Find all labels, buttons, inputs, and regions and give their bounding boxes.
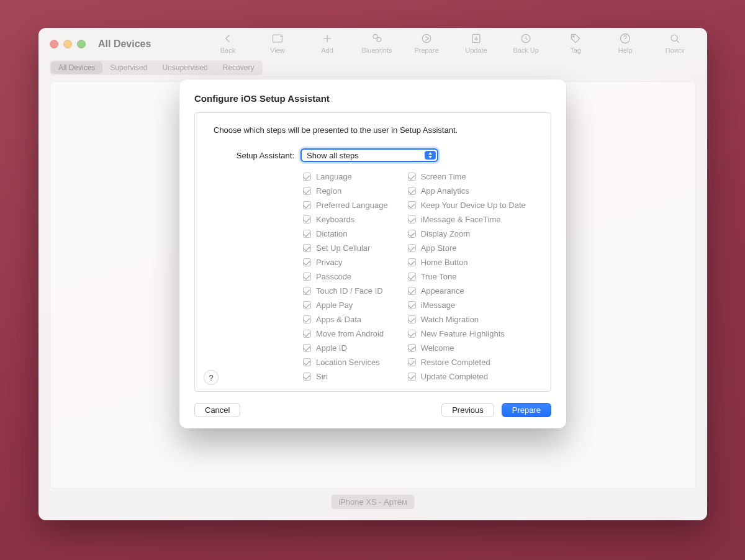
step-label: iMessage	[421, 299, 456, 311]
checkbox	[303, 358, 311, 366]
step-label: Display Zoom	[421, 228, 470, 240]
checkbox	[408, 258, 416, 266]
checkbox	[408, 244, 416, 252]
checkbox	[408, 215, 416, 224]
step-checkbox-row: Welcome	[408, 342, 526, 354]
step-label: New Feature Highlights	[421, 328, 505, 340]
step-label: Set Up Cellular	[316, 242, 370, 254]
step-label: Location Services	[316, 356, 380, 368]
step-checkbox-row: Restore Completed	[408, 356, 526, 368]
updown-icon	[425, 151, 436, 160]
help-button[interactable]: ?	[204, 370, 219, 385]
step-label: Restore Completed	[421, 356, 490, 368]
step-label: Welcome	[421, 342, 454, 354]
step-label: Watch Migration	[421, 314, 479, 325]
step-checkbox-row: Region	[303, 185, 388, 197]
step-checkbox-row: Privacy	[303, 256, 388, 268]
cancel-button[interactable]: Cancel	[194, 403, 240, 417]
checkbox	[408, 373, 416, 381]
step-label: Region	[316, 185, 341, 197]
step-label: Home Button	[421, 256, 468, 268]
step-checkbox-row: Location Services	[303, 356, 388, 368]
step-checkbox-row: True Tone	[408, 271, 526, 282]
popup-label: Setup Assistant:	[207, 151, 294, 160]
prepare-button[interactable]: Prepare	[502, 403, 551, 417]
step-checkbox-row: Apple ID	[303, 342, 388, 354]
checkbox	[303, 230, 311, 238]
checkbox	[408, 187, 416, 195]
checkbox	[408, 287, 416, 295]
step-label: Passcode	[316, 271, 351, 282]
step-label: Move from Android	[316, 328, 384, 340]
checkbox	[303, 344, 311, 352]
step-label: Apps & Data	[316, 314, 361, 325]
step-checkbox-row: Apple Pay	[303, 299, 388, 311]
checkbox	[303, 201, 311, 209]
checkbox	[303, 173, 311, 181]
step-checkbox-row: Set Up Cellular	[303, 242, 388, 254]
step-checkbox-row: Appearance	[408, 285, 526, 297]
steps-column-2: Screen TimeApp AnalyticsKeep Your Device…	[408, 171, 526, 382]
step-checkbox-row: New Feature Highlights	[408, 328, 526, 340]
step-label: Keyboards	[316, 214, 354, 225]
popup-value: Show all steps	[307, 151, 359, 160]
checkbox	[303, 373, 311, 381]
dialog-instruction: Choose which steps will be presented to …	[207, 125, 538, 135]
step-checkbox-row: Apps & Data	[303, 314, 388, 325]
setup-assistant-popup[interactable]: Show all steps	[300, 148, 438, 162]
checkbox	[408, 358, 416, 366]
step-checkbox-row: Siri	[303, 371, 388, 382]
dialog-title: Configure iOS Setup Assistant	[194, 93, 551, 104]
step-label: Siri	[316, 371, 328, 382]
step-checkbox-row: iMessage & FaceTime	[408, 214, 526, 225]
step-label: Privacy	[316, 256, 343, 268]
checkbox	[408, 344, 416, 352]
checkbox	[408, 330, 416, 338]
step-checkbox-row: Language	[303, 171, 388, 183]
step-label: Update Completed	[421, 371, 488, 382]
step-checkbox-row: Dictation	[303, 228, 388, 240]
step-checkbox-row: Display Zoom	[408, 228, 526, 240]
step-label: App Store	[421, 242, 457, 254]
step-label: Dictation	[316, 228, 348, 240]
checkbox	[303, 258, 311, 266]
setup-assistant-dialog: Configure iOS Setup Assistant Choose whi…	[179, 79, 566, 428]
checkbox	[303, 315, 311, 323]
step-checkbox-row: App Analytics	[408, 185, 526, 197]
dialog-frame: Choose which steps will be presented to …	[194, 112, 551, 392]
previous-button[interactable]: Previous	[441, 403, 494, 417]
step-label: iMessage & FaceTime	[421, 214, 501, 225]
step-checkbox-row: iMessage	[408, 299, 526, 311]
setup-assistant-row: Setup Assistant: Show all steps	[207, 148, 538, 162]
step-checkbox-row: Passcode	[303, 271, 388, 282]
step-label: App Analytics	[421, 185, 469, 197]
checkbox	[303, 287, 311, 295]
checkbox	[408, 301, 416, 309]
step-checkbox-row: Update Completed	[408, 371, 526, 382]
steps-columns: LanguageRegionPreferred LanguageKeyboard…	[207, 171, 538, 382]
step-checkbox-row: Watch Migration	[408, 314, 526, 325]
step-checkbox-row: App Store	[408, 242, 526, 254]
checkbox	[303, 244, 311, 252]
step-checkbox-row: Screen Time	[408, 171, 526, 183]
step-checkbox-row: Keyboards	[303, 214, 388, 225]
checkbox	[408, 315, 416, 323]
checkbox	[303, 215, 311, 224]
steps-column-1: LanguageRegionPreferred LanguageKeyboard…	[303, 171, 388, 382]
checkbox	[408, 273, 416, 281]
step-label: True Tone	[421, 271, 457, 282]
step-label: Keep Your Device Up to Date	[421, 199, 526, 211]
step-label: Apple ID	[316, 342, 347, 354]
checkbox	[408, 201, 416, 209]
dialog-buttons: Cancel Previous Prepare	[194, 403, 551, 417]
step-label: Preferred Language	[316, 199, 388, 211]
step-checkbox-row: Keep Your Device Up to Date	[408, 199, 526, 211]
step-label: Appearance	[421, 285, 464, 297]
step-label: Language	[316, 171, 352, 183]
checkbox	[408, 173, 416, 181]
checkbox	[408, 230, 416, 238]
checkbox	[303, 330, 311, 338]
step-checkbox-row: Touch ID / Face ID	[303, 285, 388, 297]
step-checkbox-row: Home Button	[408, 256, 526, 268]
checkbox	[303, 273, 311, 281]
